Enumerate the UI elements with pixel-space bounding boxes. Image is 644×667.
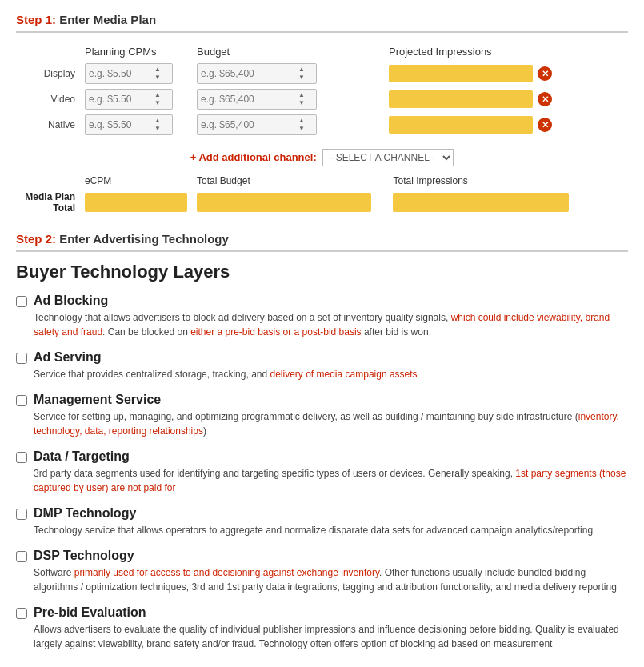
cpm-down-btn[interactable]: ▼ (154, 99, 161, 107)
projected-bar-display (389, 65, 533, 82)
projected-bar-native (389, 116, 533, 134)
budget-cell-display: ▲ ▼ (192, 61, 336, 86)
channel-select[interactable]: - SELECT A CHANNEL - (322, 149, 454, 166)
desc-text: 3rd party data segments used for identif… (34, 468, 515, 479)
tech-checkbox-data---targeting[interactable] (16, 452, 27, 463)
cpm-up-btn[interactable]: ▲ (154, 66, 161, 74)
budget-spinner-display: ▲ ▼ (197, 63, 317, 84)
tech-content-ad-serving: Ad Serving Service that provides central… (34, 350, 628, 381)
tech-desc-ad-serving: Service that provides centralized storag… (34, 367, 628, 381)
budget-input-video[interactable] (201, 94, 297, 105)
tech-checkbox-dsp-technology[interactable] (16, 551, 27, 562)
tech-checkbox-ad-blocking[interactable] (16, 296, 27, 307)
cpm-input-display[interactable] (89, 68, 153, 79)
total-impressions-header: Total Impressions (388, 173, 628, 189)
add-channel-link[interactable]: + Add additional channel: (190, 151, 317, 163)
tech-name-pre-bid-evaluation: Pre-bid Evaluation (34, 605, 628, 620)
budget-total-bar (197, 193, 371, 212)
projected-bar-container: ✕ (389, 116, 623, 134)
channel-label-video: Video (16, 86, 80, 112)
budget-input-display[interactable] (201, 68, 297, 79)
cpm-cell-video: ▲ ▼ (80, 86, 192, 112)
remove-channel-btn-native[interactable]: ✕ (538, 118, 552, 132)
projected-bar-container: ✕ (389, 65, 623, 82)
cpm-spinner-native: ▲ ▼ (85, 114, 173, 135)
budget-spinner-btns: ▲ ▼ (298, 91, 305, 107)
tech-items-container: Ad Blocking Technology that allows adver… (16, 294, 628, 651)
tech-item-dsp-technology: DSP Technology Software primarily used f… (16, 549, 628, 594)
desc-text: Allows advertisers to evaluate the quali… (34, 624, 619, 649)
tech-content-dsp-technology: DSP Technology Software primarily used f… (34, 549, 628, 594)
budget-up-btn[interactable]: ▲ (298, 91, 305, 99)
projected-cell-display: ✕ (384, 61, 628, 86)
highlight-text: primarily used for access to and decisio… (74, 567, 379, 578)
remove-channel-btn-video[interactable]: ✕ (538, 92, 552, 106)
budget-cell-native: ▲ ▼ (192, 112, 336, 138)
tech-content-ad-blocking: Ad Blocking Technology that allows adver… (34, 294, 628, 339)
desc-text: Service that provides centralized storag… (34, 369, 270, 380)
budget-spinner-native: ▲ ▼ (197, 114, 317, 135)
channel-label-native: Native (16, 112, 80, 138)
tech-desc-ad-blocking: Technology that allows advertisers to bl… (34, 310, 628, 339)
tech-content-pre-bid-evaluation: Pre-bid Evaluation Allows advertisers to… (34, 605, 628, 651)
desc-text: Service for setting up, managing, and op… (34, 411, 578, 422)
tech-checkbox-dmp-technology[interactable] (16, 509, 27, 520)
cpm-up-btn[interactable]: ▲ (154, 91, 161, 99)
tech-name-dsp-technology: DSP Technology (34, 549, 628, 563)
cpm-spinner-btns: ▲ ▼ (154, 117, 161, 133)
budget-spinner-video: ▲ ▼ (197, 89, 317, 110)
tech-checkbox-pre-bid-evaluation[interactable] (16, 608, 27, 619)
projected-cell-video: ✕ (384, 86, 628, 112)
cpm-up-btn[interactable]: ▲ (154, 117, 161, 125)
tech-item-ad-serving: Ad Serving Service that provides central… (16, 350, 628, 381)
projected-spacer (336, 86, 384, 112)
cpm-input-native[interactable] (89, 119, 153, 130)
tech-name-ad-blocking: Ad Blocking (34, 294, 628, 308)
budget-down-btn[interactable]: ▼ (298, 74, 305, 82)
step2-section: Step 2: Enter Advertising Technology Buy… (16, 232, 628, 651)
channel-row-native: Native ▲ ▼ ▲ ▼ (16, 112, 628, 138)
cpm-input-video[interactable] (89, 94, 153, 105)
cpm-spinner-btns: ▲ ▼ (154, 91, 161, 107)
tech-name-data---targeting: Data / Targeting (34, 449, 628, 464)
budget-down-btn[interactable]: ▼ (298, 99, 305, 107)
channel-row-display: Display ▲ ▼ ▲ ▼ (16, 61, 628, 86)
step2-label: Step 2: (16, 232, 56, 246)
budget-spinner-btns: ▲ ▼ (298, 66, 305, 82)
tech-name-ad-serving: Ad Serving (34, 350, 628, 365)
tech-desc-pre-bid-evaluation: Allows advertisers to evaluate the quali… (34, 622, 628, 651)
budget-up-btn[interactable]: ▲ (298, 66, 305, 74)
step1-label: Step 1: (16, 13, 56, 26)
total-budget-header: Total Budget (192, 173, 376, 189)
tech-checkbox-ad-serving[interactable] (16, 353, 27, 364)
step2-header: Step 2: Enter Advertising Technology (16, 232, 628, 252)
desc-text: Software (34, 567, 74, 578)
tech-desc-management-service: Service for setting up, managing, and op… (34, 409, 628, 438)
desc-text: after bid is won. (362, 326, 431, 337)
tech-item-dmp-technology: DMP Technology Technology service that a… (16, 506, 628, 537)
tech-content-management-service: Management Service Service for setting u… (34, 393, 628, 438)
tech-name-management-service: Management Service (34, 393, 628, 407)
projected-cell-native: ✕ (384, 112, 628, 138)
projected-spacer (336, 112, 384, 138)
tech-checkbox-management-service[interactable] (16, 395, 27, 406)
step1-title: Enter Media Plan (59, 13, 156, 26)
buyer-tech-title: Buyer Technology Layers (16, 262, 628, 282)
col-budget: Budget (192, 42, 336, 61)
budget-cell-video: ▲ ▼ (192, 86, 336, 112)
tech-item-ad-blocking: Ad Blocking Technology that allows adver… (16, 294, 628, 339)
channel-row-video: Video ▲ ▼ ▲ ▼ (16, 86, 628, 112)
cpm-down-btn[interactable]: ▼ (154, 74, 161, 82)
tech-desc-dsp-technology: Software primarily used for access to an… (34, 565, 628, 594)
cpm-down-btn[interactable]: ▼ (154, 125, 161, 133)
projected-bar-video (389, 90, 533, 108)
ecpm-total-bar (85, 193, 187, 212)
budget-down-btn[interactable]: ▼ (298, 125, 305, 133)
remove-channel-btn-display[interactable]: ✕ (538, 66, 552, 81)
totals-table: eCPM Total Budget Total Impressions Medi… (16, 173, 628, 216)
tech-item-data---targeting: Data / Targeting 3rd party data segments… (16, 449, 628, 495)
budget-up-btn[interactable]: ▲ (298, 117, 305, 125)
highlight-text: delivery of media campaign assets (270, 369, 418, 380)
projected-bar-container: ✕ (389, 90, 623, 108)
budget-input-native[interactable] (201, 119, 297, 130)
